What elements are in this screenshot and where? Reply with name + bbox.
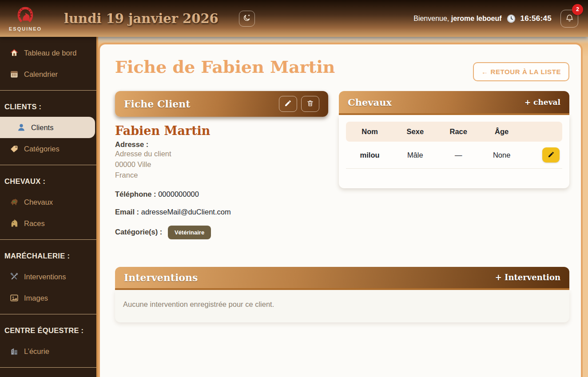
categories-label: Catégorie(s) : [115,228,162,236]
sidebar-section-centre-equestre: CENTRE ÉQUESTRE : [0,320,96,341]
horse-face-icon [10,219,19,228]
sidebar-item-label: Chevaux [24,197,53,207]
sidebar-section-entrepot: L’ENTREPÔT : [0,373,96,377]
sidebar-item-label: Tableau de bord [24,48,76,58]
horse-race-cell: — [437,142,480,169]
current-time: 16:56:45 [520,14,552,23]
sidebar-section-clients: CLIENTS : [0,96,96,117]
add-intervention-button[interactable]: + Intervention [495,273,560,282]
app-window: ESQUINEO lundi 19 janvier 2026 Bienvenue… [0,0,588,377]
client-card-title: Fiche Client [124,98,190,110]
client-card-header: Fiche Client [115,91,328,117]
page-title: Fiche de Fabien Martin [115,58,335,76]
sidebar-section-marechalerie: MARÉCHALERIE : [0,245,96,266]
delete-client-button[interactable] [301,96,319,112]
sidebar-item-ecurie[interactable]: L’écurie [0,341,96,362]
sidebar-item-label: Images [24,293,48,303]
sidebar-divider [0,90,96,91]
horses-card-body: Nom Sexe Race Âge [339,115,569,188]
sidebar-item-categories[interactable]: Catégories [0,138,96,159]
trash-icon [306,99,314,108]
sidebar-section-chevaux: CHEVAUX : [0,171,96,191]
tag-icon [10,144,19,153]
column-header-age: Âge [480,122,523,142]
sidebar-item-label: L’écurie [24,346,49,356]
content-panel: Fiche de Fabien Martin ← RETOUR À LA LIS… [98,43,583,377]
sidebar-divider [0,314,96,314]
address-line: Adresse du client [115,149,328,159]
sidebar-item-chevaux[interactable]: Chevaux [0,191,96,213]
phone-label: Téléphone : [115,190,156,198]
horses-card-title: Chevaux [348,97,392,108]
calendar-icon [10,70,19,79]
interventions-empty-message: Aucune intervention enregistrée pour ce … [123,300,274,308]
add-horse-button[interactable]: + cheval [524,98,560,107]
pencil-icon [548,151,555,159]
image-icon [10,294,19,302]
sidebar: Tableau de bord Calendrier [0,37,98,377]
horse-sexe-cell: Mâle [393,142,437,169]
bell-icon [565,13,574,24]
sidebar-item-label: Catégories [24,144,60,154]
sidebar-item-calendrier[interactable]: Calendrier [0,63,96,85]
username: jerome leboeuf [451,15,502,22]
horseshoe-horse-logo-icon [15,5,36,28]
horses-table: Nom Sexe Race Âge [346,122,562,169]
column-header-sexe: Sexe [393,122,437,142]
email-value: adresseMail@duClient.com [141,208,231,216]
client-section: Fiche Client [115,91,328,239]
interventions-card-title: Interventions [124,272,198,283]
email-line: Email : adresseMail@duClient.com [115,208,328,216]
phone-line: Téléphone : 0000000000 [115,190,328,198]
edit-horse-button[interactable] [542,147,560,163]
edit-client-button[interactable] [279,96,297,112]
brand-name: ESQUINEO [9,26,42,32]
sidebar-divider [0,367,96,368]
category-badge: Vétérinaire [168,226,211,239]
notification-count-badge: 2 [572,4,583,15]
sidebar-item-races[interactable]: Races [0,213,96,234]
brand-logo[interactable]: ESQUINEO [10,5,41,32]
sidebar-item-label: Races [24,218,45,228]
column-header-actions [523,122,562,142]
email-label: Email : [115,208,139,216]
top-bar-right: Bienvenue, jerome leboeuf 16:56:45 [413,10,578,28]
sidebar-divider [0,165,96,165]
horses-section: Chevaux + cheval Nom Sexe Race [339,91,569,188]
tools-icon [10,272,19,281]
interventions-card-header: Interventions + Intervention [115,267,569,290]
horse-name-cell: milou [346,142,393,169]
interventions-card-body: Aucune intervention enregistrée pour ce … [115,290,569,322]
horse-age-cell: None [480,142,523,169]
horses-table-header-row: Nom Sexe Race Âge [346,122,562,142]
sidebar-item-clients[interactable]: Clients [0,117,95,138]
back-to-list-button[interactable]: ← RETOUR À LA LISTE [473,62,569,81]
sidebar-item-images[interactable]: Images [0,287,96,309]
sidebar-item-tableau-de-bord[interactable]: Tableau de bord [0,42,96,63]
current-date: lundi 19 janvier 2026 [64,11,219,26]
person-icon [17,123,26,132]
sidebar-item-interventions[interactable]: Interventions [0,266,96,287]
horse-table-row: milou Mâle — None [346,142,562,169]
stable-icon [10,347,19,356]
address-label: Adresse : [115,140,328,149]
sidebar-item-label: Interventions [24,272,66,282]
top-bar: ESQUINEO lundi 19 janvier 2026 Bienvenue… [0,0,588,37]
horses-card-header: Chevaux + cheval [339,91,569,115]
horse-icon [10,198,19,206]
interventions-section: Interventions + Intervention Aucune inte… [115,267,569,322]
sidebar-divider [0,239,96,240]
main-area: Fiche de Fabien Martin ← RETOUR À LA LIS… [98,37,588,377]
clock-icon [506,14,516,24]
dark-mode-toggle-button[interactable] [239,11,255,27]
categories-line: Catégorie(s) : Vétérinaire [115,226,328,239]
phone-value: 0000000000 [158,190,199,198]
sidebar-item-label: Clients [31,123,53,132]
column-header-race: Race [437,122,480,142]
pencil-icon [284,99,292,108]
client-name: Fabien Martin [115,124,328,138]
sidebar-item-label: Calendrier [24,69,58,79]
address-line: 00000 Ville [115,159,328,170]
column-header-nom: Nom [346,122,393,142]
house-icon [10,48,19,57]
